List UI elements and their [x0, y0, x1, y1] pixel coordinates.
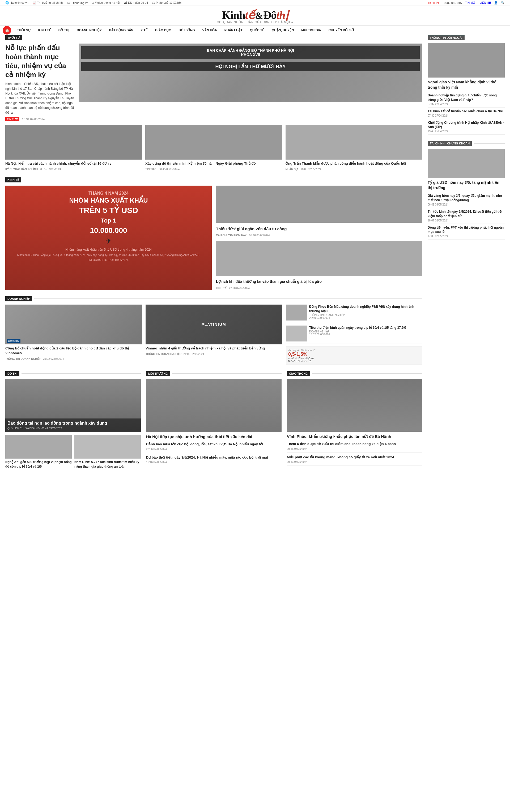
moitruong-items: Cảnh báo mưa lớn cục bộ, dông, lốc, sét …: [146, 442, 282, 466]
dn-right-time-1: 20:59 02/05/2024: [309, 317, 422, 319]
moitruong-title-1[interactable]: Cảnh báo mưa lớn cục bộ, dông, lốc, sét …: [146, 442, 282, 446]
topbar-link-hanoitimes[interactable]: 🌐 Hanoitimes.vn: [5, 1, 28, 4]
thoisu-time: 15:34 02/05/2024: [22, 118, 45, 121]
dn-img-1[interactable]: DigiHub Developer: [5, 304, 142, 344]
tc-item-title-3[interactable]: Dòng tiền yếu, FPT kéo thị trường phục h…: [428, 226, 505, 234]
dothi-main-img[interactable]: Báo động tai nạn lao động trong ngành xâ…: [5, 379, 141, 432]
kinhte-infographic[interactable]: THÁNG 4 NĂM 2024 NHÓM HÀNG XUẤT KHẨU TRÊ…: [5, 185, 212, 290]
dothi-sub-2: Nam Định: 5.277 học sinh được tìm hiểu k…: [74, 435, 141, 469]
giaothong-main-img[interactable]: [287, 379, 422, 432]
nav-doisong[interactable]: ĐỜI SỐNG: [175, 26, 198, 35]
nav-batdongsan[interactable]: BẤT ĐỘNG SẢN: [105, 26, 137, 35]
ttdn-main-img[interactable]: [428, 43, 505, 78]
giaothong-main-title[interactable]: Vĩnh Phúc: khẩn trương khắc phục lún nứt…: [287, 434, 422, 439]
main-nav: 🏠 THỜI SỰ KINH TẾ ĐÔ THỊ DOANH NGHIỆP BẤ…: [0, 26, 510, 35]
dothi-sub-img-1[interactable]: [5, 435, 72, 459]
giaothong-time-1: 09:46 03/05/2024: [287, 447, 422, 451]
dn-right-title-1[interactable]: Đồng Phục Bốn Mùa cùng doanh nghiệp F&B …: [309, 304, 422, 314]
lien-he-link[interactable]: LIÊN HỆ: [480, 1, 491, 4]
moitruong-line: [172, 373, 282, 374]
nav-kinhte[interactable]: KINH TẾ: [34, 26, 55, 35]
dn-line: [34, 298, 422, 299]
dn-article-title-2[interactable]: Vinmec nhận 4 giải thưởng về trách nhiệm…: [146, 346, 282, 351]
moitruong-label: MÔI TRƯỜNG: [146, 371, 170, 376]
dn-img-2[interactable]: PLATINIUM: [146, 304, 282, 344]
kt-title2: TRÊN 5 TỶ USD: [11, 205, 206, 215]
tin-moi-link[interactable]: TIN MỚI: [465, 1, 477, 4]
giaothong-title-2[interactable]: Mức phạt các lỗi không mang, không có gi…: [287, 455, 422, 460]
kinhte-article-2: Lợi ích khi đưa thương lái vào tham gia …: [216, 241, 422, 290]
tc-main-title[interactable]: Tỷ giá USD hôm nay 3/5: tăng mạnh trên t…: [428, 180, 505, 191]
kt-subdesc: Kinhtedothi - Theo Tổng cục Thống kê, 4 …: [11, 254, 206, 257]
ttdn-item-2: Tái hiện Tết cổ truyền các nước châu Á t…: [428, 108, 505, 119]
ttdn-item-title-3[interactable]: Khởi động Chương trình Hội nhập Kinh tế …: [428, 120, 505, 129]
topbar-link-taichinh[interactable]: 📈 Thị trường tài chính: [33, 1, 63, 4]
nav-yte[interactable]: Y TẾ: [137, 26, 151, 35]
moitruong-col: MÔI TRƯỜNG Hà Nội tiếp tục chịu ảnh hưởn…: [146, 371, 282, 469]
tc-item-title-1[interactable]: Giá vàng hôm nay 3/5: quay đầu giảm mạnh…: [428, 194, 505, 203]
tc-header: TÀI CHÍNH - CHỨNG KHOÁN: [428, 141, 505, 146]
dothi-sub-grid: Nghệ An: gần 500 trường hợp vi phạm nồng…: [5, 435, 141, 469]
moitruong-main-title[interactable]: Hà Nội tiếp tục chịu ảnh hưởng của thời …: [146, 434, 282, 439]
dothi-line: [22, 373, 141, 374]
moitruong-title-2[interactable]: Dự báo thời tiết ngày 3/5/2024: Hà Nội n…: [146, 455, 282, 460]
nav-thoisu[interactable]: THỜI SỰ: [13, 26, 34, 35]
thoisu-sub-title-1[interactable]: Hà Nội: kiểm tra cải cách hành chính, ch…: [5, 161, 142, 166]
topbar-link-giaothong[interactable]: // // giao thông hà nội: [92, 1, 120, 4]
tc-main-img[interactable]: [428, 149, 505, 178]
giaothong-items: Thêm 6 tỉnh được đề xuất thí điểm cho kh…: [287, 442, 422, 465]
nav-quanhuyen[interactable]: QUẬN, HUYỆN: [268, 26, 298, 35]
tc-line: [474, 143, 505, 144]
dn-header: DOANH NGHIỆP: [5, 296, 422, 301]
thoisu-label: THỜI SỰ: [5, 35, 22, 40]
ttdn-main-title[interactable]: Ngoại giao Việt Nam khẳng định vị thế tr…: [428, 80, 505, 90]
dn-right-img-1[interactable]: [286, 304, 307, 320]
dothi-header: ĐÔ THỊ: [5, 371, 141, 376]
site-header: Kinhtế&Đôthị CƠ QUAN NGÔN LUẬN CỦA UBND …: [0, 6, 510, 26]
dothi-main-subcat: XÂY DỰNG: [26, 427, 40, 430]
kinhte-article-img-2[interactable]: [216, 241, 422, 276]
ttdn-item-title-2[interactable]: Tái hiện Tết cổ truyền các nước châu Á t…: [428, 109, 505, 114]
home-button[interactable]: 🏠: [3, 26, 11, 34]
dothi-sub-title-1[interactable]: Nghệ An: gần 500 trường hợp vi phạm nồng…: [5, 460, 72, 469]
thoisu-sub-title-3[interactable]: Ông Trần Thanh Mẫn được phân công điều h…: [286, 161, 422, 166]
giaothong-title-1[interactable]: Thêm 6 tỉnh được đề xuất thí điểm cho kh…: [287, 442, 422, 446]
thoisu-main-title[interactable]: Nỗ lực phấn đấu hoàn thành mục tiêu, nhi…: [5, 44, 74, 79]
thoisu-sub-cat-2: TIN TỨC 08:45 03/05/2024: [145, 167, 282, 171]
kinhte-article-title-2[interactable]: Lợi ích khi đưa thương lái vào tham gia …: [216, 279, 422, 284]
tc-item-title-2[interactable]: Tin tức kinh tế ngày 2/5/2024: lãi suất …: [428, 209, 505, 219]
ttdn-item-time-3: 19:48 25/04/2024: [428, 130, 505, 133]
nav-vanhoa[interactable]: VĂN HÓA: [199, 26, 221, 35]
topbar-link-dienthi[interactable]: 🏙 Diễn đàn đô thị: [124, 1, 148, 4]
search-icon[interactable]: 🔍: [501, 1, 505, 4]
kinhte-article-img-1[interactable]: [216, 185, 422, 223]
topbar-link-tieudung[interactable]: 🏷 5 tieudung.vn: [67, 1, 88, 4]
dn-right-title-2[interactable]: Tiêu thụ điện bình quân ngày trong dịp l…: [309, 325, 406, 330]
nav-phapluat[interactable]: PHÁP LUẬT: [221, 26, 246, 35]
thoisu-sub-title-2[interactable]: Xây dựng đô thị văn minh kỷ niệm 70 năm …: [145, 161, 282, 166]
nav-doanhnghiep[interactable]: DOANH NGHIỆP: [73, 26, 105, 35]
dn-right-time-2: 15:32 02/05/2024: [309, 333, 406, 336]
ttdn-item-title-1[interactable]: Doanh nghiệp tận dụng gì từ chiến lược s…: [428, 93, 505, 102]
nav-chuyendoiso[interactable]: CHUYỂN ĐỔI SỐ: [325, 26, 358, 35]
nav-multimedia[interactable]: MULTIMEDIA: [298, 26, 324, 35]
kinhte-article-meta-1: CÂU CHUYỆN HÔM NAY 05:46 03/05/2024: [216, 233, 422, 237]
nav-giaoduc[interactable]: GIÁO DỤC: [151, 26, 175, 35]
hotline-number: 0982 015 015: [444, 1, 462, 4]
user-icon[interactable]: 👤: [494, 1, 498, 4]
bottom-grid: ĐÔ THỊ Báo động tai nạn lao động trong n…: [5, 371, 422, 469]
dothi-sub-1: Nghệ An: gần 500 trường hợp vi phạm nồng…: [5, 435, 72, 469]
moitruong-main-img[interactable]: [146, 379, 282, 432]
dothi-sub-title-2[interactable]: Nam Định: 5.277 học sinh được tìm hiểu k…: [74, 460, 141, 469]
dn-article-title-1[interactable]: Công bố chuẩn hoạt động của 2 câu lạc bộ…: [5, 346, 142, 355]
dn-label: DOANH NGHIỆP: [5, 296, 32, 301]
logo-subtitle: CƠ QUAN NGÔN LUẬN CỦA UBND TP HÀ NỘI ●: [5, 21, 505, 24]
dothi-sub-img-2[interactable]: [74, 435, 141, 459]
kinhte-article-title-1[interactable]: Thiếu 'lửa' giải ngân vốn đầu tư công: [216, 226, 422, 232]
topbar-link-phapluat[interactable]: ⚖ Pháp Luật & Xã hội: [152, 1, 181, 4]
dn-right-img-2[interactable]: [286, 325, 307, 342]
thoisu-main-image[interactable]: BAN CHẤP HÀNH ĐẢNG BỘ THÀNH PHỐ HÀ NỘIKH…: [79, 44, 422, 121]
nav-quocte[interactable]: QUỐC TẾ: [246, 26, 268, 35]
moitruong-time-1: 22:06 02/05/2024: [146, 448, 282, 451]
nav-dothi[interactable]: ĐÔ THỊ: [55, 26, 73, 35]
